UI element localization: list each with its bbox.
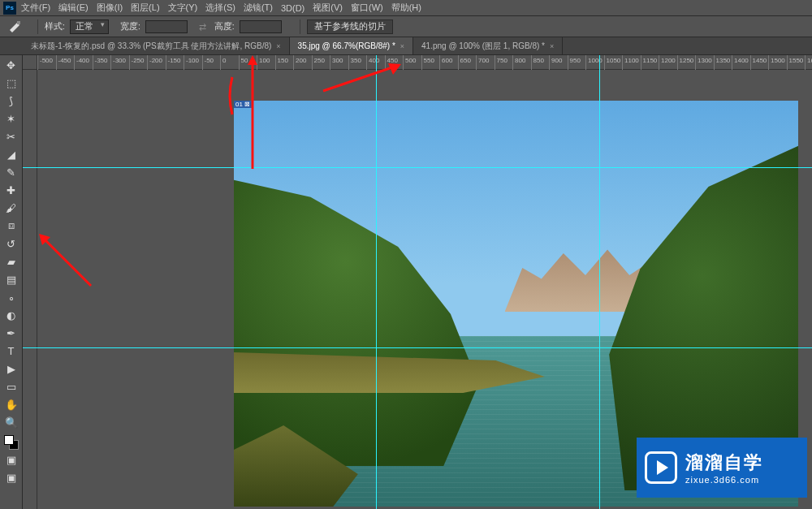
ruler-tick: 0 xyxy=(220,55,221,70)
history-brush-tool[interactable]: ↺ xyxy=(2,235,20,252)
slice-tool-icon xyxy=(8,19,23,34)
guide-horizontal[interactable] xyxy=(23,347,812,348)
menu-file[interactable]: 文件(F) xyxy=(21,2,50,14)
options-separator-2 xyxy=(300,19,300,34)
svg-rect-0 xyxy=(17,21,20,24)
quick-select-tool[interactable]: ✶ xyxy=(2,110,20,127)
menu-type[interactable]: 文字(Y) xyxy=(168,2,198,14)
tab-label: 未标题-1-恢复的.psd @ 33.3% (PS裁剪工具 使用方法讲解, RG… xyxy=(31,41,271,52)
ruler-tick: 1400 xyxy=(732,55,732,70)
guide-vertical[interactable] xyxy=(599,55,600,509)
ruler-tick: 200 xyxy=(293,55,294,70)
app-logo: Ps xyxy=(3,2,16,15)
shape-tool[interactable]: ▭ xyxy=(2,378,20,395)
slice-from-guides-button[interactable]: 基于参考线的切片 xyxy=(307,19,393,34)
crop-tool[interactable]: ✂ xyxy=(2,128,20,145)
guide-vertical[interactable] xyxy=(376,55,377,509)
ruler-tick: 1550 xyxy=(787,55,788,70)
ruler-tick: 400 xyxy=(366,55,367,70)
hand-tool[interactable]: ✋ xyxy=(2,396,20,412)
dodge-tool[interactable]: ◐ xyxy=(2,307,20,323)
slice-badge: 01 ⊠ xyxy=(234,101,252,108)
ruler-tick: -500 xyxy=(37,55,38,70)
ruler-tick: 50 xyxy=(239,55,240,70)
close-icon[interactable]: × xyxy=(276,42,280,50)
ruler-tick: -100 xyxy=(184,55,184,70)
swap-dim-icon[interactable]: ⇄ xyxy=(199,22,206,32)
move-tool[interactable]: ✥ xyxy=(2,57,20,73)
ruler-tick: 900 xyxy=(549,55,550,70)
ruler-tick: 1600 xyxy=(805,55,806,70)
brush-tool[interactable]: 🖌 xyxy=(2,200,20,216)
options-separator xyxy=(37,19,38,34)
ruler-tick: 650 xyxy=(458,55,459,70)
ruler-tick: 750 xyxy=(495,55,495,70)
ruler-tick: 250 xyxy=(312,55,313,70)
workspace: ✥⬚⟆✶✂◢✎✚🖌⧈↺▰▤∘◐✒T▶▭✋🔍▣▣ -500-450-400-350… xyxy=(0,55,812,509)
ruler-tick: 600 xyxy=(439,55,440,70)
ruler-tick: 300 xyxy=(330,55,330,70)
document-tab[interactable]: 41.png @ 100% (图层 1, RGB/8) * × xyxy=(413,37,563,54)
menu-3d[interactable]: 3D(D) xyxy=(281,3,304,13)
menu-help[interactable]: 帮助(H) xyxy=(391,2,421,14)
menu-edit[interactable]: 编辑(E) xyxy=(58,2,89,14)
ruler-tick: 550 xyxy=(421,55,422,70)
ruler-tick: 1000 xyxy=(585,55,586,70)
watermark-subtitle: zixue.3d66.com xyxy=(685,475,763,485)
slice-tool[interactable]: ◢ xyxy=(2,146,20,162)
menu-window[interactable]: 窗口(W) xyxy=(351,2,383,14)
document-tab-bar: 未标题-1-恢复的.psd @ 33.3% (PS裁剪工具 使用方法讲解, RG… xyxy=(0,37,812,55)
eraser-tool[interactable]: ▰ xyxy=(2,253,20,270)
type-tool[interactable]: T xyxy=(2,343,20,359)
tab-label: 35.jpg @ 66.7%(RGB/8#) * xyxy=(298,41,395,50)
stamp-tool[interactable]: ⧈ xyxy=(2,218,20,234)
ruler-vertical[interactable] xyxy=(23,70,37,509)
svg-line-3 xyxy=(323,67,395,91)
color-swatch[interactable] xyxy=(4,435,19,450)
menu-layer[interactable]: 图层(L) xyxy=(131,2,159,14)
ruler-tick: 1450 xyxy=(750,55,751,70)
ruler-origin[interactable] xyxy=(23,55,37,70)
annotation-arrow xyxy=(37,232,94,292)
style-select[interactable]: 正常 xyxy=(70,19,109,34)
toolbox: ✥⬚⟆✶✂◢✎✚🖌⧈↺▰▤∘◐✒T▶▭✋🔍▣▣ xyxy=(0,55,23,509)
ruler-horizontal[interactable]: -500-450-400-350-300-250-200-150-100-500… xyxy=(37,55,812,70)
document-tab[interactable]: 35.jpg @ 66.7%(RGB/8#) * × xyxy=(290,37,413,54)
ruler-tick: -50 xyxy=(202,55,203,70)
lasso-tool[interactable]: ⟆ xyxy=(2,93,20,109)
play-icon xyxy=(645,451,677,484)
menu-filter[interactable]: 滤镜(T) xyxy=(244,2,273,14)
ruler-tick: -300 xyxy=(110,55,111,70)
menu-image[interactable]: 图像(I) xyxy=(97,2,123,14)
ruler-tick: 1500 xyxy=(768,55,769,70)
screen-mode-icon[interactable]: ▣ xyxy=(2,469,20,485)
ruler-tick: 1350 xyxy=(714,55,715,70)
ruler-tick: -450 xyxy=(56,55,57,70)
ruler-tick: -150 xyxy=(166,55,166,70)
canvas-area[interactable]: -500-450-400-350-300-250-200-150-100-500… xyxy=(23,55,812,509)
ruler-tick: 350 xyxy=(348,55,349,70)
ruler-tick: 1050 xyxy=(604,55,605,70)
close-icon[interactable]: × xyxy=(550,42,554,50)
close-icon[interactable]: × xyxy=(400,42,404,50)
path-select-tool[interactable]: ▶ xyxy=(2,360,20,377)
healing-brush-tool[interactable]: ✚ xyxy=(2,182,20,198)
quick-mask-icon[interactable]: ▣ xyxy=(2,451,20,468)
guide-horizontal[interactable] xyxy=(23,167,812,168)
menu-view[interactable]: 视图(V) xyxy=(313,2,343,14)
eyedropper-tool[interactable]: ✎ xyxy=(2,164,20,180)
document-tab[interactable]: 未标题-1-恢复的.psd @ 33.3% (PS裁剪工具 使用方法讲解, RG… xyxy=(23,37,290,54)
height-label: 高度: xyxy=(214,21,235,32)
width-input[interactable] xyxy=(145,20,188,33)
marquee-tool[interactable]: ⬚ xyxy=(2,75,20,91)
blur-tool[interactable]: ∘ xyxy=(2,289,20,305)
tab-label: 41.png @ 100% (图层 1, RGB/8) * xyxy=(421,41,545,52)
height-input[interactable] xyxy=(240,20,282,33)
ruler-tick: 450 xyxy=(385,55,386,70)
menu-select[interactable]: 选择(S) xyxy=(205,2,235,14)
svg-line-5 xyxy=(44,239,91,286)
pen-tool[interactable]: ✒ xyxy=(2,325,20,341)
zoom-tool[interactable]: 🔍 xyxy=(2,414,20,430)
gradient-tool[interactable]: ▤ xyxy=(2,271,20,287)
ruler-tick: 1100 xyxy=(622,55,623,70)
